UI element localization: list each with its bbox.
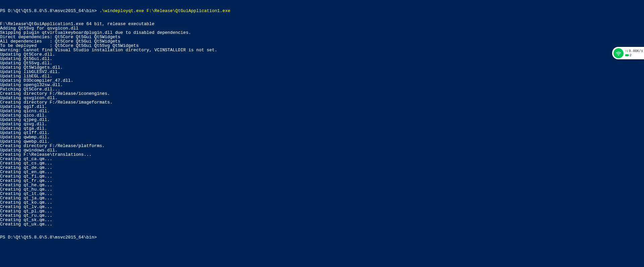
output-line: Creating qt_ko.qm... bbox=[0, 200, 644, 205]
output-line: Updating opengl32sw.dll. bbox=[0, 83, 644, 87]
output-block: F:\Release\QtGuiApplication1.exe 64 bit,… bbox=[0, 22, 644, 226]
output-line: Updating qjpeg.dll. bbox=[0, 118, 644, 122]
output-line: Updating D3Dcompiler_47.dll. bbox=[0, 78, 644, 83]
prompt-text: PS D:\Qt\Qt5.8.0\5.8\msvc2015_64\bin> bbox=[0, 8, 99, 13]
output-line: Creating qt_de.qm... bbox=[0, 165, 644, 170]
output-line: Creating directory F:/Release/iconengine… bbox=[0, 91, 644, 96]
battery-value: 2 bbox=[630, 53, 632, 58]
output-line: Creating qt_sk.qm... bbox=[0, 218, 644, 222]
output-line: Creating qt_fr.qm... bbox=[0, 179, 644, 183]
output-line: Updating Qt5Gui.dll. bbox=[0, 57, 644, 61]
output-line: Creating qt_it.qm... bbox=[0, 192, 644, 196]
output-line: Creating qt_hu.qm... bbox=[0, 187, 644, 192]
powershell-terminal[interactable]: PS D:\Qt\Qt5.8.0\5.8\msvc2015_64\bin> .\… bbox=[0, 0, 644, 244]
battery-icon bbox=[625, 54, 629, 56]
output-line: Updating qicns.dll. bbox=[0, 109, 644, 113]
output-line: Creating qt_uk.qm... bbox=[0, 222, 644, 226]
output-line: Creating qt_en.qm... bbox=[0, 170, 644, 174]
output-line: Updating qgif.dll. bbox=[0, 105, 644, 109]
output-line: Updating qwindows.dll. bbox=[0, 148, 644, 152]
output-line: Creating F:\Release\translations... bbox=[0, 152, 644, 157]
output-line: Updating Qt5Widgets.dll. bbox=[0, 65, 644, 70]
output-line: Updating qico.dll. bbox=[0, 113, 644, 118]
command-text: .\windeployqt.exe F:\Release\QtGuiApplic… bbox=[99, 8, 230, 13]
output-line: Updating libEGL.dll. bbox=[0, 74, 644, 78]
output-line: Creating qt_ca.qm... bbox=[0, 157, 644, 161]
widget-info: 0.00K/s 2 bbox=[625, 49, 643, 58]
output-line: Creating qt_fi.qm... bbox=[0, 174, 644, 179]
battery-row: 2 bbox=[625, 53, 643, 58]
output-line: Updating qsvg.dll. bbox=[0, 122, 644, 126]
output-line: Updating Qt5Core.dll. bbox=[0, 52, 644, 57]
output-line: Warning: Cannot find Visual Studio insta… bbox=[0, 48, 644, 52]
output-line: Creating qt_ja.qm... bbox=[0, 196, 644, 200]
output-line: Updating qwbmp.dll. bbox=[0, 135, 644, 139]
output-line: Updating Qt5Svg.dll. bbox=[0, 61, 644, 65]
speed-row: 0.00K/s bbox=[625, 49, 643, 53]
output-line: Updating libGLESV2.dll. bbox=[0, 70, 644, 74]
output-line: Creating qt_ru.qm... bbox=[0, 213, 644, 218]
current-prompt[interactable]: PS D:\Qt\Qt5.8.0\5.8\msvc2015_64\bin> bbox=[0, 235, 644, 240]
output-line: Creating qt_cs.qm... bbox=[0, 161, 644, 165]
output-line: Creating directory F:/Release/platforms. bbox=[0, 144, 644, 148]
command-line: PS D:\Qt\Qt5.8.0\5.8\msvc2015_64\bin> .\… bbox=[0, 9, 644, 13]
output-line: F:\Release\QtGuiApplication1.exe 64 bit,… bbox=[0, 22, 644, 26]
wifi-icon bbox=[613, 48, 624, 58]
output-line: Creating qt_pl.qm... bbox=[0, 209, 644, 213]
output-line: Creating qt_he.qm... bbox=[0, 183, 644, 187]
speed-value: 0.00K/s bbox=[629, 49, 643, 53]
network-status-widget[interactable]: 0.00K/s 2 bbox=[612, 47, 644, 59]
output-line: Creating directory F:/Release/imageforma… bbox=[0, 100, 644, 105]
output-line: Updating qtiff.dll. bbox=[0, 131, 644, 135]
output-line: Updating qtga.dll. bbox=[0, 126, 644, 131]
transfer-icon bbox=[625, 50, 628, 52]
output-line: Creating qt_lv.qm... bbox=[0, 205, 644, 209]
